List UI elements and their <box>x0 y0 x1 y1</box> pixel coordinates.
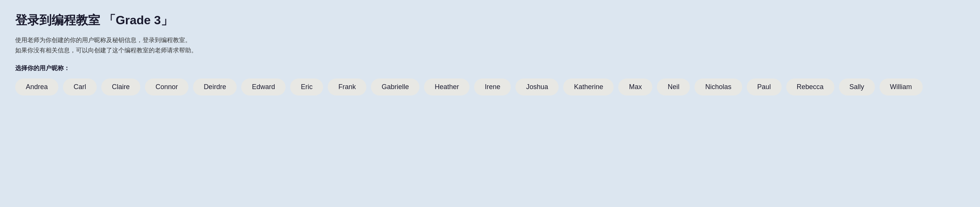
nickname-button-sally[interactable]: Sally <box>839 78 875 96</box>
page-title: 登录到编程教室 「Grade 3」 <box>15 12 965 29</box>
nickname-button-irene[interactable]: Irene <box>474 78 511 96</box>
nickname-button-paul[interactable]: Paul <box>747 78 782 96</box>
description: 使用老师为你创建的你的用户昵称及秘钥信息，登录到编程教室。 如果你没有相关信息，… <box>15 35 965 55</box>
nickname-button-heather[interactable]: Heather <box>424 78 469 96</box>
nickname-button-william[interactable]: William <box>880 78 923 96</box>
nickname-button-deirdre[interactable]: Deirdre <box>193 78 237 96</box>
nickname-button-neil[interactable]: Neil <box>657 78 690 96</box>
nickname-button-eric[interactable]: Eric <box>290 78 323 96</box>
nickname-button-edward[interactable]: Edward <box>241 78 286 96</box>
nickname-button-andrea[interactable]: Andrea <box>15 78 59 96</box>
nickname-grid: AndreaCarlClaireConnorDeirdreEdwardEricF… <box>15 78 965 96</box>
nickname-button-joshua[interactable]: Joshua <box>515 78 558 96</box>
section-label: 选择你的用户昵称： <box>15 64 965 72</box>
nickname-button-claire[interactable]: Claire <box>101 78 140 96</box>
nickname-button-connor[interactable]: Connor <box>145 78 188 96</box>
nickname-button-frank[interactable]: Frank <box>328 78 366 96</box>
nickname-button-nicholas[interactable]: Nicholas <box>694 78 742 96</box>
nickname-button-gabrielle[interactable]: Gabrielle <box>371 78 420 96</box>
description-line2: 如果你没有相关信息，可以向创建了这个编程教室的老师请求帮助。 <box>15 47 197 53</box>
nickname-button-rebecca[interactable]: Rebecca <box>786 78 834 96</box>
nickname-button-max[interactable]: Max <box>618 78 652 96</box>
description-line1: 使用老师为你创建的你的用户昵称及秘钥信息，登录到编程教室。 <box>15 37 191 43</box>
nickname-button-katherine[interactable]: Katherine <box>563 78 614 96</box>
nickname-button-carl[interactable]: Carl <box>63 78 97 96</box>
